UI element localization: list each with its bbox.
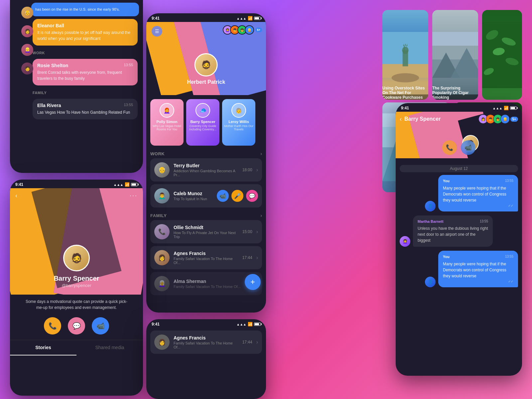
alma-avatar: 👩‍🦳 xyxy=(154,276,170,291)
feed-agnes[interactable]: 👩 Agnes Francis Family Safari Vacation T… xyxy=(150,246,262,269)
news-title-2: The Surprising Popularity Of Cigar Smoki… xyxy=(432,86,478,100)
wifi-icon-3: 📶 xyxy=(125,182,130,187)
ollie-avatar: 📞 xyxy=(154,224,170,239)
tab-shared[interactable]: Shared media xyxy=(76,340,143,355)
phone-profile: 9:41 ▲▲▲ 📶 ‹ ··· 🧔 Barry Spencer @barrys… xyxy=(10,180,143,396)
wifi-icon-4: 📶 xyxy=(504,106,509,110)
chat-call-btn[interactable]: 📞 xyxy=(442,140,457,155)
top-bubble: has been on the rise in the U.S. since t… xyxy=(31,3,139,16)
checkmark-2: ✓✓ xyxy=(443,279,513,284)
agnes-avatar: 👩 xyxy=(154,250,170,265)
status-bar-5: 9:41 ▲▲▲ 📶 xyxy=(146,319,266,328)
avatar-4[interactable]: 🧑 xyxy=(21,63,33,74)
chat-msg-recv: 👩‍🦱 Martha Barnett 13:55 Unless you have… xyxy=(400,215,518,247)
svg-rect-13 xyxy=(432,32,478,46)
fab-plus[interactable]: + xyxy=(245,274,261,290)
battery-icon xyxy=(254,17,261,20)
chat-video-btn[interactable]: 📹 xyxy=(461,140,475,155)
profile-avatar: 🧔 xyxy=(195,53,218,76)
terry-avatar: 👴 xyxy=(154,162,170,178)
call-actions: 📞 🧔 📹 xyxy=(442,140,475,155)
svg-rect-5 xyxy=(404,46,405,51)
chat-msg-sent-1: You 13:55 Many people were hoping that i… xyxy=(400,175,518,211)
sent-avatar-1: 👤 xyxy=(425,201,436,211)
caleb-avatar: 👨‍🦱 xyxy=(154,188,170,203)
video-btn[interactable]: 📹 xyxy=(217,190,229,202)
more-button[interactable]: ··· xyxy=(130,192,138,199)
caleb-actions: 📹 🎤 💬 xyxy=(217,190,258,202)
mic-btn[interactable]: 🎤 xyxy=(231,190,243,202)
profile-header: ☰ 👩‍🦱 👦 👧 👱 5+ 🧔 Herbert Patrick xyxy=(146,22,266,95)
msg-btn[interactable]: 💬 xyxy=(246,190,258,202)
svg-point-4 xyxy=(402,47,408,54)
news-title-1: Using Overstock Sites On The Net For Coo… xyxy=(382,86,428,100)
section-work: WORK xyxy=(27,48,143,56)
feed-family-section: FAMILY › 📞 Ollie Schmidt How To Fly A Pr… xyxy=(146,210,266,295)
section-family: FAMILY xyxy=(27,88,143,96)
chat-nav: ‹ Barry Spencer 👩 👦 👧 👱 5+ xyxy=(396,112,522,126)
status-bar-2: 9:41 ▲▲▲ 📶 xyxy=(146,13,266,22)
sent-avatar-2: 👤 xyxy=(425,277,436,287)
chat-body: August 12 You 13:55 Many people were hop… xyxy=(396,158,522,295)
chat-msg-sent-2: You 13:55 Many people were hoping that i… xyxy=(400,251,518,287)
news-card-2[interactable]: The Surprising Popularity Of Cigar Smoki… xyxy=(432,10,478,100)
avatar-top: 👴 xyxy=(21,7,33,19)
hamburger-btn[interactable]: ☰ xyxy=(152,26,162,37)
msg-eleanor[interactable]: Eleanor Ball It is not always possible t… xyxy=(33,19,138,46)
work-arrow[interactable]: › xyxy=(260,151,262,156)
story-polly[interactable]: 👩‍🦰 Polly Simon Why Las Vegas Hotel Room… xyxy=(150,99,184,146)
avatar-3[interactable]: 👱‍♀️ xyxy=(21,44,33,56)
feed-ollie[interactable]: 📞 Ollie Schmidt How To Fly A Private Jet… xyxy=(150,220,262,243)
message-button[interactable]: 💬 xyxy=(68,317,85,334)
msg-ella[interactable]: Ella Rivera 13:55 Las Vegas How To Have … xyxy=(33,99,138,119)
family-arrow[interactable]: › xyxy=(260,213,262,218)
avatar-column: 👴 👩 👱‍♀️ 🧑 xyxy=(21,0,33,173)
chat-header: ‹ Barry Spencer 👩 👦 👧 👱 5+ 📞 🧔 📹 xyxy=(396,112,522,158)
feed-terry[interactable]: 👴 Terry Butler Addiction When Gambling B… xyxy=(150,158,262,182)
signal-icon: ▲▲▲ xyxy=(236,17,246,20)
feed-work-section: WORK › 👴 Terry Butler Addiction When Gam… xyxy=(146,148,266,207)
video-button[interactable]: 📹 xyxy=(92,317,109,334)
avatar-group-header: 👩‍🦱 👦 👧 👱 5+ xyxy=(223,25,262,35)
profile-bg: ‹ ··· 🧔 Barry Spencer @barryspencer xyxy=(10,188,143,295)
feed-caleb: 👨‍🦱 Caleb Munoz Trip To Iqaluit In Nun 📹… xyxy=(150,184,262,207)
profile-center: 🧔 Herbert Patrick xyxy=(187,53,225,85)
bottom-feed-content: 👩 Agnes Francis Family Safari Vacation T… xyxy=(146,328,266,359)
story-barry[interactable]: 🧢 Barry Spencer Coventry City Guide Incl… xyxy=(186,99,219,146)
battery-3 xyxy=(131,183,138,186)
back-button[interactable]: ‹ xyxy=(15,192,17,199)
profile-actions: 📞 💬 📹 xyxy=(10,315,143,340)
terry-arrow: › xyxy=(256,167,258,173)
phone-feed: 9:41 ▲▲▲ 📶 ☰ 👩‍🦱 👦 👧 👱 5+ xyxy=(146,13,266,313)
battery-4 xyxy=(510,106,517,110)
stories-row: 👩‍🦰 Polly Simon Why Las Vegas Hotel Room… xyxy=(146,95,266,148)
wifi-icon: 📶 xyxy=(248,16,253,21)
chat-avatars: 👩 👦 👧 👱 5+ xyxy=(478,114,518,124)
story-leroy[interactable]: 🧓 Leroy Willis Mother Earth Hos Our Trav… xyxy=(222,99,255,146)
tab-stories[interactable]: Stories xyxy=(10,340,76,355)
stack-av-4: 👱 xyxy=(245,25,254,35)
chat-date: August 12 xyxy=(400,165,518,172)
phone-feed-bottom: 9:41 ▲▲▲ 📶 👩 Agnes Francis Family Safari… xyxy=(146,319,266,399)
call-button[interactable]: 📞 xyxy=(44,317,61,334)
avatar-2[interactable]: 👩 xyxy=(21,25,33,37)
status-bar-4: 9:41 ▲▲▲ 📶 xyxy=(396,103,522,112)
profile-info: 🧔 Barry Spencer @barryspencer xyxy=(10,245,143,288)
news-card-3[interactable] xyxy=(482,10,522,100)
profile-tabs: Stories Shared media xyxy=(10,340,143,355)
status-bar-3: 9:41 ▲▲▲ 📶 xyxy=(10,180,143,188)
bottom-feed-item[interactable]: 👩 Agnes Francis Family Safari Vacation T… xyxy=(150,331,262,354)
recv-avatar: 👩‍🦱 xyxy=(400,236,410,247)
news-card-1[interactable]: Using Overstock Sites On The Net For Coo… xyxy=(382,10,428,100)
phone-chat: 9:41 ▲▲▲ 📶 ‹ Barry Spencer 👩 👦 👧 👱 5+ xyxy=(396,103,522,376)
profile-avatar-3: 🧔 xyxy=(63,245,90,271)
svg-point-2 xyxy=(392,73,419,82)
phone-messages: 👴 👩 👱‍♀️ 🧑 has been on the rise in the U… xyxy=(10,0,143,173)
chat-back[interactable]: ‹ xyxy=(400,116,402,123)
checkmark-1: ✓✓ xyxy=(443,203,513,208)
profile-bio: Some days a motivational quote can provi… xyxy=(10,295,143,315)
msg-rosie[interactable]: Rosie Shelton 13:55 Brent Conrad talks w… xyxy=(33,59,138,85)
news-panel: Using Overstock Sites On The Net For Coo… xyxy=(382,10,522,100)
profile-nav: ‹ ··· xyxy=(15,192,138,199)
